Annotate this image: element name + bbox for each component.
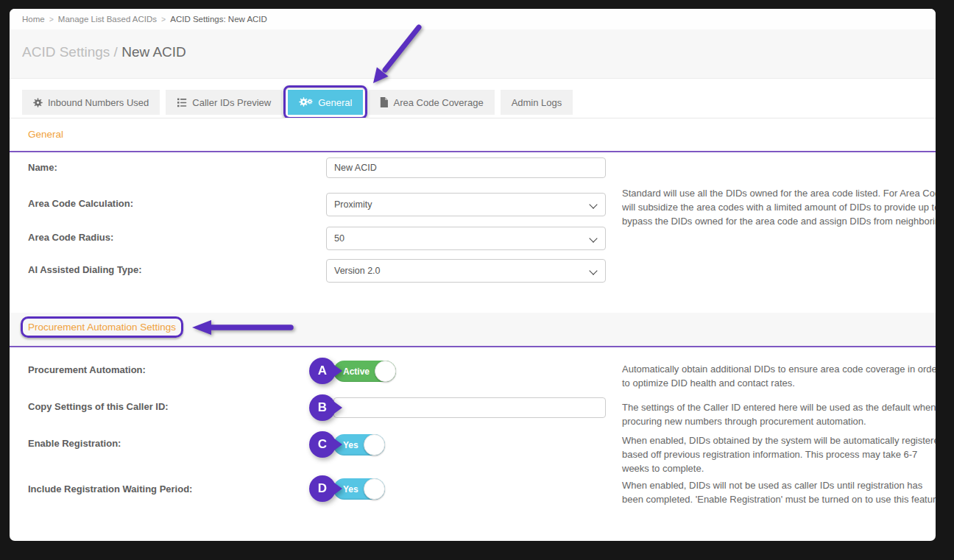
annotation-marker-c: C (309, 431, 336, 458)
breadcrumb-home[interactable]: Home (22, 15, 45, 24)
toggle-knob (375, 361, 396, 382)
tab-general[interactable]: General (288, 90, 363, 115)
copy-settings-caller-id-input[interactable] (333, 397, 606, 418)
gear-icon (33, 98, 43, 107)
procurement-automation-toggle[interactable]: Active (333, 361, 396, 382)
title-bar: ACID Settings / New ACID (10, 29, 936, 79)
selected-value: Proximity (334, 199, 372, 210)
procurement-automation-label: Procurement Automation: (28, 364, 146, 375)
app-window: Home > Manage List Based ACIDs > ACID Se… (10, 9, 936, 541)
procurement-section-header: Procurement Automation Settings (10, 313, 936, 347)
breadcrumb-separator: > (161, 15, 166, 24)
breadcrumb-current-page: ACID Settings: New ACID (170, 15, 267, 24)
toggle-label: Active (343, 366, 370, 377)
copy-settings-caller-id-help-text: The settings of the Caller ID entered he… (622, 400, 936, 428)
area-code-radius-label: Area Code Radius: (28, 232, 113, 243)
page-title-current: New ACID (121, 44, 186, 60)
tab-label: General (318, 97, 352, 108)
toggle-knob (364, 478, 385, 500)
annotation-marker-a: A (309, 358, 336, 384)
procurement-section-title: Procurement Automation Settings (28, 322, 176, 333)
tab-admin-logs[interactable]: Admin Logs (501, 90, 573, 115)
general-panel-title: General (28, 129, 63, 140)
annotation-marker-b: B (309, 394, 336, 421)
tab-label: Inbound Numbers Used (48, 97, 149, 108)
ai-assisted-dialing-type-select[interactable]: Version 2.0 (326, 259, 606, 283)
ai-assisted-dialing-type-label: AI Assisted Dialing Type: (28, 264, 142, 275)
tab-label: Caller IDs Preview (192, 97, 271, 108)
breadcrumb-manage-list-based-acids[interactable]: Manage List Based ACIDs (58, 15, 157, 24)
name-input[interactable] (326, 157, 606, 178)
include-registration-waiting-period-help-text: When enabled, DIDs will not be used as c… (622, 478, 936, 506)
general-panel-header: General (10, 118, 936, 152)
area-code-calculation-label: Area Code Calculation: (28, 198, 133, 209)
tab-caller-ids-preview[interactable]: Caller IDs Preview (166, 90, 282, 115)
chevron-down-icon (589, 266, 597, 274)
toggle-label: Yes (343, 484, 358, 495)
page-title: ACID Settings / New ACID (22, 44, 186, 60)
gears-icon (299, 97, 313, 108)
breadcrumb-separator: > (49, 15, 54, 24)
enable-registration-label: Enable Registration: (28, 438, 121, 449)
breadcrumb: Home > Manage List Based ACIDs > ACID Se… (10, 9, 936, 30)
name-label: Name: (28, 162, 57, 173)
file-icon (380, 97, 388, 107)
enable-registration-help-text: When enabled, DIDs obtained by the syste… (622, 433, 936, 475)
tab-bar: Inbound Numbers Used Caller IDs Preview … (22, 90, 573, 115)
annotation-marker-d: D (309, 475, 336, 502)
area-code-radius-select[interactable]: 50 (326, 227, 606, 250)
selected-value: 50 (334, 233, 344, 244)
list-icon (177, 98, 187, 107)
selected-value: Version 2.0 (334, 266, 381, 276)
copy-settings-caller-id-label: Copy Settings of this Caller ID: (28, 401, 169, 412)
page-title-section: ACID Settings / (22, 44, 118, 60)
include-registration-waiting-period-label: Include Registration Waiting Period: (28, 483, 192, 495)
tab-inbound-numbers-used[interactable]: Inbound Numbers Used (22, 90, 160, 115)
toggle-knob (364, 434, 385, 456)
chevron-down-icon (589, 234, 597, 242)
annotation-arrow-procurement-heading (186, 318, 297, 337)
toggle-label: Yes (343, 440, 358, 450)
tab-label: Admin Logs (512, 97, 562, 108)
area-code-calculation-select[interactable]: Proximity (326, 193, 606, 216)
tab-area-code-coverage[interactable]: Area Code Coverage (369, 90, 494, 115)
procurement-automation-help-text: Automatically obtain additional DIDs to … (622, 362, 936, 390)
area-code-calculation-help-text: Standard will use all the DIDs owned for… (622, 186, 936, 228)
tab-label: Area Code Coverage (393, 97, 483, 108)
chevron-down-icon (589, 200, 597, 208)
